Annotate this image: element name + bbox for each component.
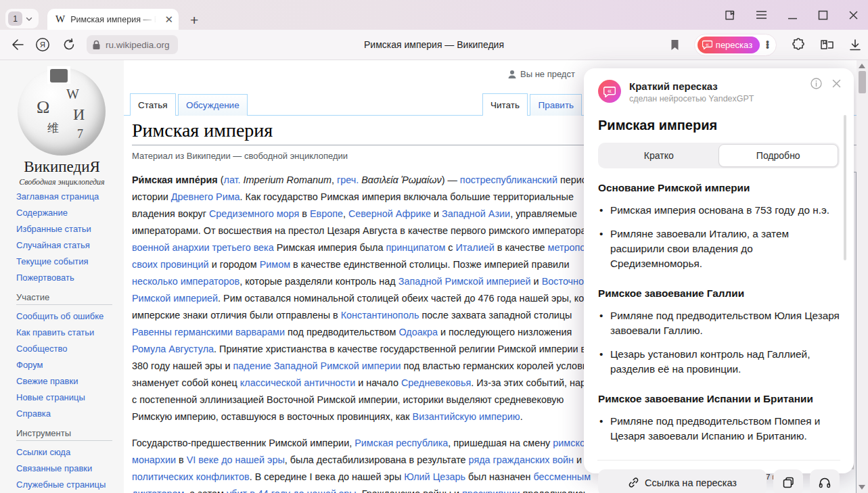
summary-button-label: пересказ — [716, 40, 752, 50]
wiki-link[interactable]: Древнего Рима — [171, 191, 240, 202]
wiki-link[interactable]: Средневековья — [401, 377, 471, 388]
sidebar-section-title: Инструменты — [16, 428, 112, 441]
article-text: и — [574, 454, 582, 465]
tab-edit[interactable]: Править — [530, 94, 582, 116]
sidebar-link[interactable]: Сообщество — [16, 344, 68, 354]
wiki-link[interactable]: Европе — [310, 208, 343, 219]
extensions-icon[interactable] — [792, 38, 805, 51]
tab-close-icon[interactable]: ✕ — [164, 14, 173, 24]
wiki-link[interactable]: военной анархии третьего века — [132, 242, 274, 253]
wikipedia-favicon: W — [55, 14, 65, 25]
wiki-link[interactable]: падение Западной Римской империи — [233, 360, 401, 371]
sidebar-link[interactable]: Как править статьи — [16, 327, 94, 337]
article-text: после захвата западной столицы — [419, 310, 572, 321]
user-status[interactable]: Вы не предст — [507, 69, 575, 79]
summary-bullet: Римляне под предводительством Помпея и Ц… — [598, 414, 840, 444]
wiki-wordmark[interactable]: ВикипедиЯ — [0, 158, 124, 176]
wiki-link[interactable]: Равенны — [132, 327, 172, 337]
panel-title: Краткий пересказ — [629, 80, 754, 92]
article-text: был назначен — [465, 471, 533, 482]
wiki-link[interactable]: несколько императоров — [132, 276, 239, 287]
summary-link-button[interactable]: Ссылка на пересказ — [598, 469, 767, 493]
summary-section: Римское завоевание Испании и БританииРим… — [598, 393, 840, 444]
wikipedia-logo[interactable]: Ω W И 维 7 — [18, 68, 106, 156]
quote-bubble-icon: « — [702, 40, 712, 49]
article-text: продолжались, — [520, 488, 591, 493]
wiki-link[interactable]: Юлий Цезарь — [404, 471, 465, 482]
sidebar-link[interactable]: Ссылки сюда — [16, 447, 70, 457]
wiki-link[interactable]: убит в 44 году до нашей эры — [227, 488, 357, 493]
new-tab-button[interactable]: + — [190, 13, 198, 27]
back-icon[interactable] — [11, 39, 24, 51]
wiki-link[interactable]: Италией — [456, 242, 495, 253]
sidebar-link[interactable]: Случайная статья — [16, 240, 90, 250]
downloads-icon[interactable] — [849, 39, 861, 51]
mode-brief[interactable]: Кратко — [599, 144, 718, 167]
tab-discussion[interactable]: Обсуждение — [178, 94, 248, 116]
scroll-down-icon[interactable] — [859, 485, 865, 490]
address-bar[interactable]: ru.wikipedia.org — [87, 35, 178, 54]
wiki-link[interactable]: проскрипции — [462, 488, 520, 493]
wiki-link[interactable]: политических конфликтов — [132, 471, 250, 482]
sidebar-link[interactable]: Сообщить об ошибке — [16, 311, 104, 321]
wiki-link[interactable]: лат. — [224, 174, 241, 185]
wiki-link[interactable]: Римом — [260, 259, 290, 270]
sidebar-link[interactable]: Справка — [16, 408, 51, 419]
scrollbar-thumb[interactable] — [859, 71, 866, 93]
wiki-link[interactable]: Ромула Августула — [132, 344, 214, 354]
minimize-icon[interactable] — [787, 10, 798, 20]
info-icon[interactable] — [810, 78, 822, 89]
reload-icon[interactable] — [62, 38, 76, 51]
wiki-link[interactable]: Северной Африке — [348, 208, 431, 219]
browser-tab-bar: 1 W Римская империя — В ✕ + — [0, 0, 868, 30]
wiki-link[interactable]: германскими варварами — [175, 327, 285, 337]
sidebar-link[interactable]: Связанные правки — [16, 463, 92, 473]
copy-button[interactable] — [773, 469, 803, 493]
mode-detailed[interactable]: Подробно — [718, 144, 839, 167]
summary-menu-icon[interactable]: ••• — [766, 41, 769, 49]
maximize-icon[interactable] — [818, 10, 828, 20]
menu-icon[interactable] — [756, 10, 767, 20]
wiki-link[interactable]: постреспубликанский — [460, 174, 557, 185]
wiki-link[interactable]: Средиземного моря — [209, 208, 299, 219]
sidebar-link[interactable]: Служебные страницы — [16, 479, 106, 490]
bookmark-icon[interactable] — [670, 39, 679, 51]
tab-counter[interactable]: 1 — [5, 9, 39, 28]
close-window-icon[interactable] — [848, 10, 859, 20]
wiki-link[interactable]: Византийскую империю — [413, 411, 520, 422]
summary-button[interactable]: « пересказ — [698, 37, 760, 53]
wiki-link[interactable]: Западной Азии — [442, 208, 510, 219]
browser-scrollbar[interactable] — [856, 60, 868, 493]
collections-icon[interactable] — [820, 39, 834, 51]
sidebar-link[interactable]: Содержание — [16, 208, 68, 218]
side-panel-icon[interactable] — [724, 9, 735, 21]
listen-button[interactable] — [810, 469, 840, 493]
sidebar-link[interactable]: Текущие события — [16, 256, 89, 266]
scroll-up-icon[interactable] — [859, 64, 865, 68]
wiki-link[interactable]: греч. — [337, 174, 359, 185]
panel-subtitle: сделан нейросетью YandexGPT — [629, 94, 754, 103]
wiki-link[interactable]: Константинополь — [341, 310, 419, 321]
wiki-link[interactable]: принципатом — [386, 242, 445, 253]
article-text: ( — [218, 174, 224, 185]
summary-button-group: « пересказ ••• — [694, 34, 777, 56]
sidebar-link[interactable]: Новые страницы — [16, 392, 85, 402]
browser-tab[interactable]: W Римская империя — В ✕ — [47, 9, 179, 30]
sidebar-link[interactable]: Избранные статьи — [16, 224, 91, 234]
tab-article[interactable]: Статья — [130, 93, 176, 116]
wiki-link[interactable]: VI веке до нашей эры — [187, 454, 285, 465]
yandex-icon[interactable]: Я — [35, 37, 50, 52]
tab-read[interactable]: Читать — [482, 93, 528, 116]
sidebar-link[interactable]: Пожертвовать — [16, 273, 74, 283]
wiki-link[interactable]: ряда гражданских войн — [469, 454, 574, 465]
panel-scrollbar-thumb[interactable] — [844, 115, 846, 260]
summary-bullet: Римляне под предводительством Юлия Цезар… — [598, 308, 840, 338]
panel-close-icon[interactable] — [831, 78, 842, 89]
wiki-link[interactable]: классической античности — [240, 377, 355, 388]
sidebar-link[interactable]: Форум — [16, 360, 43, 370]
wiki-link[interactable]: Западной Римской империей — [398, 276, 531, 287]
sidebar-link[interactable]: Заглавная страница — [16, 191, 99, 202]
wiki-link[interactable]: Одоакра — [398, 327, 438, 337]
sidebar-link[interactable]: Свежие правки — [16, 376, 78, 386]
wiki-link[interactable]: Римская республика — [355, 438, 448, 448]
